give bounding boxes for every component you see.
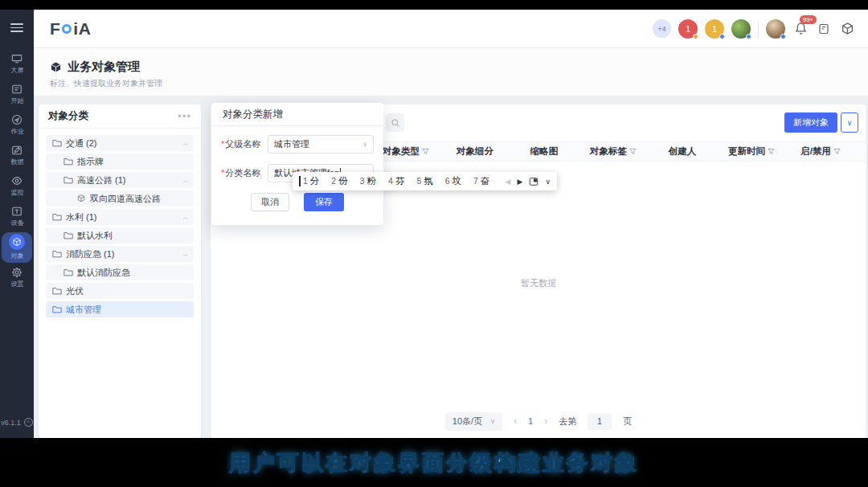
ime-prev-icon[interactable]: ◀	[506, 178, 511, 186]
folder-icon	[52, 305, 62, 314]
ime-panel-icon[interactable]	[529, 177, 538, 186]
category-tree: 交通 (2) ︿ 指示牌 高速公路 (1) ︿ 双向四道高速公路	[39, 129, 201, 326]
page-title-cube-icon	[50, 61, 62, 73]
page-title-band: 业务对象管理 标注、快速提取业务对象并管理	[34, 48, 868, 96]
chevron-down-icon: ∨	[490, 418, 495, 425]
nav-rail: 大屏 开始 作业 数据 监控	[0, 10, 34, 438]
collapse-chevron-icon[interactable]: ︿	[182, 213, 189, 222]
tree-node-solar[interactable]: 光伏	[46, 283, 194, 299]
object-icon	[76, 194, 86, 203]
filter-icon[interactable]	[422, 148, 429, 155]
edit-icon	[11, 144, 23, 156]
tree-node-sign[interactable]: 指示牌	[46, 153, 194, 170]
col-object-subdivision[interactable]: 对象细分	[440, 145, 510, 158]
modal-title: 对象分类新增	[211, 103, 383, 126]
avatar-user-1[interactable]: 1	[678, 19, 698, 39]
tree-node-water[interactable]: 水利 (1) ︿	[46, 209, 194, 225]
collapse-chevron-icon[interactable]: ︿	[182, 250, 189, 259]
app-window: 大屏 开始 作业 数据 监控	[0, 10, 868, 438]
monitor-icon	[11, 52, 23, 64]
tree-node-default-fire[interactable]: 默认消防应急	[46, 264, 194, 280]
ime-candidate-2[interactable]: 2份	[331, 175, 347, 187]
header-actions: +4 1 1 99+	[653, 19, 855, 39]
folder-icon	[52, 249, 62, 259]
collapse-chevron-icon[interactable]: ︿	[182, 176, 189, 185]
version-info-icon[interactable]: ^	[24, 418, 33, 427]
next-page-button[interactable]: ›	[544, 415, 547, 427]
tree-node-traffic[interactable]: 交通 (2) ︿	[46, 135, 194, 151]
tree-node-highway[interactable]: 高速公路 (1) ︿	[46, 172, 194, 188]
ime-candidate-5[interactable]: 5氛	[416, 175, 432, 187]
nav-item-object[interactable]: 对象	[2, 232, 32, 263]
cube-menu-icon[interactable]	[839, 21, 855, 37]
ime-candidate-7[interactable]: 7奋	[473, 175, 489, 187]
notification-bell-icon[interactable]: 99+	[792, 21, 809, 37]
page-subtitle: 标注、快速提取业务对象并管理	[50, 78, 868, 89]
app-logo: F iA	[50, 19, 91, 39]
nav-item-device[interactable]: 设备	[2, 202, 32, 232]
tree-node-fire-emergency[interactable]: 消防应急 (1) ︿	[46, 246, 194, 262]
menu-toggle-icon[interactable]	[10, 21, 23, 35]
notification-count-badge: 99+	[800, 15, 817, 24]
ime-candidate-1[interactable]: 1分	[299, 175, 319, 187]
collapse-chevron-icon[interactable]: ︿	[182, 139, 189, 148]
save-button[interactable]: 保存	[304, 193, 344, 211]
goto-page-input[interactable]: 1	[588, 413, 612, 430]
nav-item-job[interactable]: 作业	[2, 110, 32, 141]
app-version: v6.1.1 ^	[1, 418, 33, 427]
more-options-icon[interactable]: •••	[178, 114, 191, 119]
video-caption: 用户可以在对象界面分级构建业务对象	[229, 448, 639, 477]
ime-candidate-6[interactable]: 6坟	[445, 175, 461, 187]
ime-collapse-icon[interactable]: ∨	[545, 178, 551, 186]
screen: 大屏 开始 作业 数据 监控	[0, 0, 868, 487]
status-dot	[693, 34, 698, 39]
document-icon[interactable]	[816, 21, 832, 37]
cancel-button[interactable]: 取消	[251, 193, 289, 211]
nav-item-settings[interactable]: 设置	[2, 263, 32, 293]
col-object-tag[interactable]: 对象标签	[579, 145, 648, 158]
search-icon	[391, 118, 400, 128]
filter-icon[interactable]	[833, 148, 841, 155]
avatar-user-3[interactable]	[731, 19, 751, 39]
prev-page-button[interactable]: ‹	[514, 415, 517, 427]
avatar-user-2[interactable]: 1	[705, 19, 724, 39]
gear-icon	[11, 266, 23, 278]
more-users-badge[interactable]: +4	[653, 19, 671, 38]
ime-candidate-3[interactable]: 3粉	[360, 175, 376, 187]
tree-node-city-management[interactable]: 城市管理	[46, 301, 194, 317]
parent-name-select[interactable]: 城市管理 ∨	[268, 135, 374, 153]
chevron-down-icon: ∨	[362, 141, 367, 148]
tree-node-four-lane-highway[interactable]: 双向四道高速公路	[46, 190, 194, 207]
category-name-label: *分类名称	[221, 167, 268, 179]
nav-item-monitoring[interactable]: 监控	[2, 171, 32, 202]
add-object-dropdown-button[interactable]: ∨	[841, 113, 858, 133]
nav-item-start[interactable]: 开始	[2, 80, 32, 110]
search-button[interactable]	[386, 113, 404, 132]
tree-node-default-water[interactable]: 默认水利	[46, 227, 194, 244]
page-size-select[interactable]: 10条/页 ∨	[445, 412, 502, 431]
object-category-panel: 对象分类 ••• 交通 (2) ︿ 指示牌 高速公路 (1)	[39, 104, 201, 438]
col-thumbnail[interactable]: 缩略图	[510, 145, 579, 158]
avatar-current-user[interactable]	[766, 19, 785, 39]
ime-candidate-bar: 1分 2份 3粉 4芬 5氛 6坟 7奋 ◀ ▶ ∨	[293, 172, 557, 190]
folder-icon	[63, 175, 73, 185]
folder-icon	[63, 231, 73, 240]
filter-icon[interactable]	[768, 148, 775, 155]
nav-item-big-screen[interactable]: 大屏	[2, 49, 32, 80]
add-object-button[interactable]: 新增对象	[784, 113, 837, 133]
status-dot	[746, 34, 751, 39]
letterbox-top	[0, 0, 868, 10]
ime-next-icon[interactable]: ▶	[517, 178, 522, 186]
current-page[interactable]: 1	[528, 416, 533, 426]
col-update-time[interactable]: 更新时间	[717, 145, 786, 158]
col-enable-disable[interactable]: 启/禁用	[786, 145, 855, 158]
goto-prefix: 去第	[559, 415, 576, 428]
cube-icon	[9, 234, 25, 250]
filter-icon[interactable]	[629, 148, 637, 155]
nav-item-data[interactable]: 数据	[2, 141, 32, 171]
col-creator[interactable]: 创建人	[648, 145, 717, 158]
parent-name-label: *父级名称	[221, 138, 268, 150]
page-title: 业务对象管理	[68, 59, 140, 75]
ime-candidate-4[interactable]: 4芬	[388, 175, 404, 187]
send-icon	[11, 113, 23, 125]
